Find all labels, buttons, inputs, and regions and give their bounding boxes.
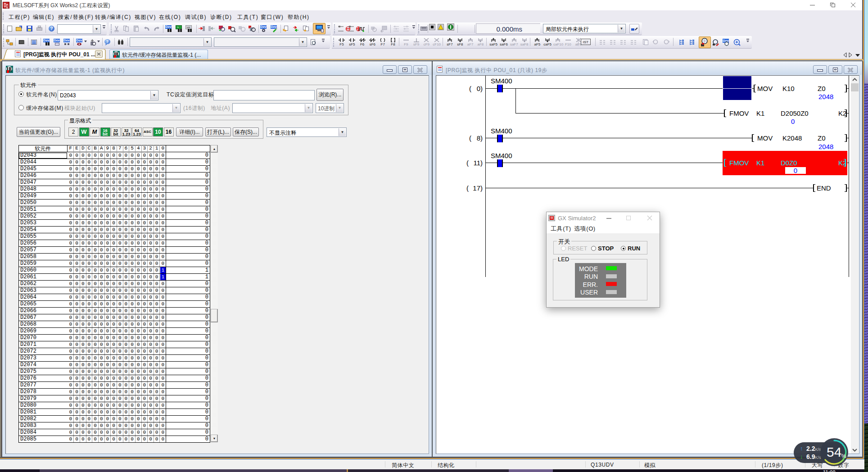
svg-text:%: % [841, 453, 846, 459]
svg-text:54: 54 [827, 445, 841, 459]
